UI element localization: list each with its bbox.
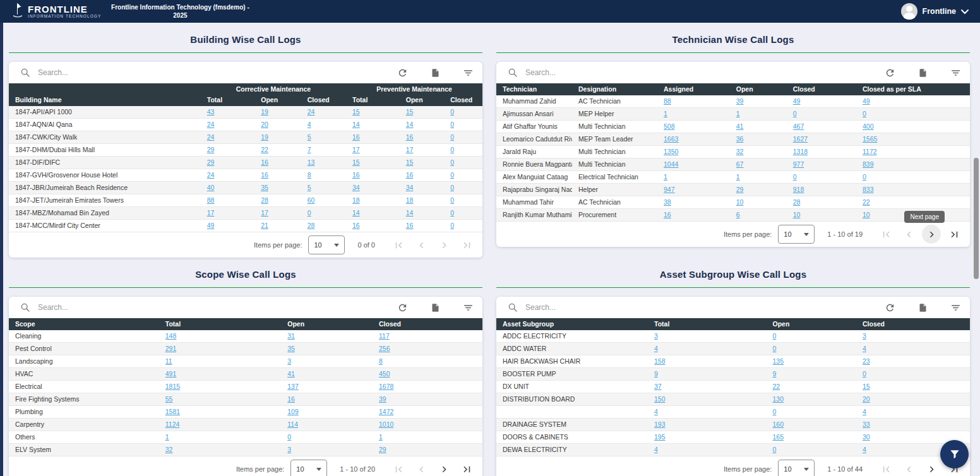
count-link[interactable]: 23 xyxy=(863,357,870,365)
count-link[interactable]: 1678 xyxy=(379,383,393,390)
count-link[interactable]: 22 xyxy=(773,383,780,390)
count-link[interactable]: 16 xyxy=(664,211,671,218)
count-link[interactable]: 1581 xyxy=(165,408,180,415)
count-link[interactable]: 17 xyxy=(352,146,360,153)
page-size-select[interactable]: 10 xyxy=(308,235,345,254)
count-link[interactable]: 1472 xyxy=(379,408,393,415)
count-link[interactable]: 24 xyxy=(207,171,215,179)
count-link[interactable]: 24 xyxy=(308,108,315,116)
count-link[interactable]: 33 xyxy=(863,420,870,428)
export-file-icon[interactable] xyxy=(918,302,928,313)
previous-page-button[interactable] xyxy=(412,460,431,476)
previous-page-button[interactable] xyxy=(899,225,918,244)
count-link[interactable]: 1663 xyxy=(664,135,678,143)
count-link[interactable]: 3 xyxy=(654,332,658,340)
count-link[interactable]: 14 xyxy=(406,209,414,217)
count-link[interactable]: 1124 xyxy=(165,420,180,428)
count-link[interactable]: 467 xyxy=(793,122,804,130)
count-link[interactable]: 40 xyxy=(207,184,215,191)
search-input[interactable] xyxy=(525,303,862,312)
count-link[interactable]: 1815 xyxy=(165,383,180,390)
count-link[interactable]: 24 xyxy=(207,133,215,141)
count-link[interactable]: 32 xyxy=(736,148,744,155)
next-page-button[interactable] xyxy=(922,460,941,476)
export-file-icon[interactable] xyxy=(918,68,928,78)
count-link[interactable]: 7 xyxy=(308,146,311,153)
count-link[interactable]: 5 xyxy=(308,184,311,191)
count-link[interactable]: 20 xyxy=(261,121,268,128)
next-page-button[interactable] xyxy=(434,460,453,476)
count-link[interactable]: 1 xyxy=(736,110,740,117)
export-file-icon[interactable] xyxy=(431,302,440,313)
count-link[interactable]: 14 xyxy=(352,121,360,128)
count-link[interactable]: 1 xyxy=(664,173,667,181)
chevron-down-icon[interactable] xyxy=(961,6,969,17)
last-page-button[interactable] xyxy=(945,225,964,244)
count-link[interactable]: 16 xyxy=(352,133,360,141)
count-link[interactable]: 16 xyxy=(406,222,414,229)
count-link[interactable]: 400 xyxy=(863,122,874,130)
count-link[interactable]: 16 xyxy=(406,171,414,179)
count-link[interactable]: 0 xyxy=(450,222,454,229)
count-link[interactable]: 1 xyxy=(165,433,169,441)
count-link[interactable]: 22 xyxy=(863,198,870,206)
refresh-icon[interactable] xyxy=(885,302,895,313)
count-link[interactable]: 0 xyxy=(773,332,777,340)
count-link[interactable]: 117 xyxy=(379,332,390,340)
count-link[interactable]: 130 xyxy=(773,395,784,403)
count-link[interactable]: 67 xyxy=(736,160,744,168)
count-link[interactable]: 150 xyxy=(654,395,666,403)
count-link[interactable]: 16 xyxy=(352,171,360,179)
filter-icon[interactable] xyxy=(463,302,474,313)
count-link[interactable]: 49 xyxy=(863,97,870,105)
count-link[interactable]: 3 xyxy=(287,446,291,453)
count-link[interactable]: 37 xyxy=(654,383,662,390)
count-link[interactable]: 15 xyxy=(406,108,414,116)
count-link[interactable]: 256 xyxy=(379,345,390,352)
page-size-select[interactable]: 10 xyxy=(290,460,327,476)
count-link[interactable]: 1010 xyxy=(379,420,393,428)
count-link[interactable]: 0 xyxy=(450,133,454,141)
count-link[interactable]: 16 xyxy=(406,133,414,141)
count-link[interactable]: 1 xyxy=(736,173,740,181)
count-link[interactable]: 18 xyxy=(406,196,414,204)
count-link[interactable]: 4 xyxy=(863,345,866,352)
count-link[interactable]: 0 xyxy=(450,121,454,128)
count-link[interactable]: 9 xyxy=(654,370,658,378)
count-link[interactable]: 0 xyxy=(450,209,454,217)
count-link[interactable]: 0 xyxy=(863,110,866,117)
count-link[interactable]: 291 xyxy=(165,345,177,352)
filter-icon[interactable] xyxy=(463,68,474,78)
page-size-select[interactable]: 10 xyxy=(778,225,815,244)
count-link[interactable]: 193 xyxy=(654,420,666,428)
refresh-icon[interactable] xyxy=(397,302,408,313)
count-link[interactable]: 29 xyxy=(379,446,386,453)
previous-page-button[interactable] xyxy=(899,460,918,476)
count-link[interactable]: 43 xyxy=(207,108,215,116)
count-link[interactable]: 1350 xyxy=(664,148,678,155)
count-link[interactable]: 0 xyxy=(450,158,454,166)
count-link[interactable]: 8 xyxy=(308,171,311,179)
count-link[interactable]: 49 xyxy=(207,222,215,229)
next-page-button[interactable] xyxy=(434,235,453,254)
count-link[interactable]: 32 xyxy=(165,446,173,453)
search-input[interactable] xyxy=(38,303,374,312)
count-link[interactable]: 29 xyxy=(736,186,744,193)
count-link[interactable]: 20 xyxy=(863,395,870,403)
filter-fab-button[interactable] xyxy=(940,440,969,468)
count-link[interactable]: 0 xyxy=(773,345,777,352)
refresh-icon[interactable] xyxy=(397,68,408,78)
count-link[interactable]: 16 xyxy=(352,222,360,229)
count-link[interactable]: 1172 xyxy=(863,148,877,155)
page-size-select[interactable]: 10 xyxy=(778,460,815,476)
count-link[interactable]: 34 xyxy=(352,184,360,191)
first-page-button[interactable] xyxy=(389,460,408,476)
count-link[interactable]: 19 xyxy=(261,108,268,116)
count-link[interactable]: 9 xyxy=(773,370,777,378)
count-link[interactable]: 0 xyxy=(450,146,454,153)
count-link[interactable]: 35 xyxy=(287,345,295,352)
count-link[interactable]: 88 xyxy=(207,196,215,204)
count-link[interactable]: 15 xyxy=(352,108,360,116)
count-link[interactable]: 18 xyxy=(352,196,360,204)
count-link[interactable]: 0 xyxy=(863,173,866,181)
